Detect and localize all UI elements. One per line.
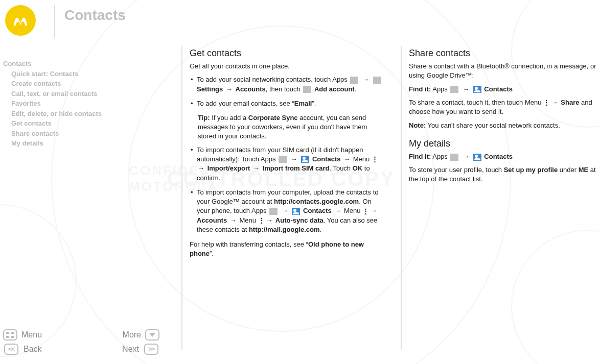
details-findit: Find it: Apps → Contacts bbox=[409, 152, 600, 161]
menu-button[interactable]: Menu bbox=[3, 329, 42, 341]
sidebar-item-share[interactable]: Share contacts bbox=[11, 129, 156, 139]
back-button[interactable]: << Back bbox=[3, 344, 42, 355]
arrow-icon: → bbox=[253, 164, 260, 172]
bullet-social: • To add your social networking contacts… bbox=[190, 75, 386, 93]
chevron-down-icon bbox=[145, 329, 159, 341]
arrow-icon: → bbox=[230, 216, 237, 224]
apps-icon bbox=[450, 86, 458, 93]
arrow-icon: → bbox=[226, 85, 233, 93]
share-intro: Share a contact with a Bluetooth® connec… bbox=[409, 62, 600, 80]
sidebar-item-edit[interactable]: Edit, delete, or hide contacts bbox=[11, 109, 156, 119]
arrow-icon: → bbox=[362, 76, 369, 83]
sidebar-item-get[interactable]: Get contacts bbox=[11, 118, 156, 129]
apps-icon bbox=[450, 154, 458, 161]
apps-icon bbox=[279, 156, 287, 163]
menu-icon bbox=[372, 155, 377, 164]
sidebar-heading[interactable]: Contacts bbox=[3, 59, 156, 69]
arrow-icon: → bbox=[463, 153, 469, 160]
bullet-email: • To add your email contacts, see “Email… bbox=[190, 99, 386, 108]
contacts-icon bbox=[292, 208, 300, 215]
arrow-icon: → bbox=[371, 207, 377, 214]
apps-icon bbox=[269, 208, 278, 215]
share-findit: Find it: Apps → Contacts bbox=[409, 85, 600, 94]
share-howto: To share a contact, touch it, then touch… bbox=[409, 98, 600, 117]
intro-text: Get all your contacts in one place. bbox=[190, 62, 386, 71]
arrow-icon: → bbox=[334, 207, 341, 214]
share-note: Note: You can't share your social networ… bbox=[409, 121, 600, 130]
settings-icon bbox=[373, 77, 381, 84]
arrow-icon: → bbox=[463, 85, 469, 93]
sidebar-item-favorites[interactable]: Favorites bbox=[11, 99, 156, 109]
column-share-details: Share contacts Share a contact with a Bl… bbox=[401, 46, 600, 350]
contacts-icon bbox=[473, 154, 481, 161]
arrow-icon: → bbox=[343, 155, 350, 163]
apps-icon bbox=[350, 77, 358, 84]
contacts-icon bbox=[301, 156, 309, 163]
sidebar-item-quickstart[interactable]: Quick start: Contacts bbox=[11, 69, 156, 79]
grid-icon bbox=[3, 329, 17, 341]
heading-my-details: My details bbox=[409, 137, 600, 150]
heading-share-contacts: Share contacts bbox=[409, 47, 600, 60]
sidebar-item-calltext[interactable]: Call, text, or email contacts bbox=[11, 89, 156, 99]
menu-icon bbox=[258, 216, 263, 225]
sidebar-item-create[interactable]: Create contacts bbox=[11, 79, 156, 89]
sidebar-nav: Contacts Quick start: Contacts Create co… bbox=[3, 59, 156, 149]
sidebar-item-details[interactable]: My details bbox=[11, 138, 156, 149]
bottom-nav: Menu More << Back Next >> bbox=[3, 329, 159, 358]
contacts-icon bbox=[473, 86, 481, 93]
next-button[interactable]: Next >> bbox=[122, 344, 159, 355]
column-get-contacts: Get contacts Get all your contacts in on… bbox=[181, 46, 386, 350]
menu-icon bbox=[543, 98, 548, 107]
next-icon: >> bbox=[144, 344, 158, 355]
arrow-icon: → bbox=[266, 216, 272, 224]
bullet-computer: • To import contacts from your computer,… bbox=[190, 188, 386, 235]
header-divider bbox=[54, 5, 55, 38]
page-title: Contacts bbox=[64, 7, 126, 23]
more-button[interactable]: More bbox=[123, 329, 159, 341]
back-icon: << bbox=[4, 344, 18, 355]
arrow-icon: → bbox=[291, 155, 297, 163]
tip-text: Tip: If you add a Corporate Sync account… bbox=[198, 113, 386, 141]
arrow-icon: → bbox=[551, 99, 558, 106]
menu-icon bbox=[362, 207, 367, 216]
add-icon bbox=[303, 86, 311, 93]
heading-get-contacts: Get contacts bbox=[190, 47, 386, 60]
arrow-icon: → bbox=[198, 164, 204, 172]
motorola-logo bbox=[5, 5, 36, 36]
details-text: To store your user profile, touch Set up… bbox=[409, 165, 600, 184]
outro-text: For help with transferring contacts, see… bbox=[190, 240, 386, 258]
bullet-sim: • To import contacts from your SIM card … bbox=[190, 145, 386, 183]
arrow-icon: → bbox=[282, 207, 288, 214]
